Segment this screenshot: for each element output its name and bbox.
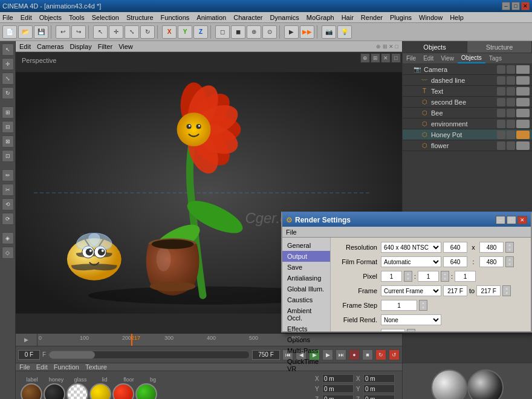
obj-dashed-line[interactable]: 〰 dashed line (403, 75, 532, 86)
save-button[interactable]: 💾 (34, 25, 48, 39)
resolution-w-input[interactable] (443, 242, 467, 253)
sidebar-tool3[interactable]: ⊠ (2, 135, 14, 148)
film-spin[interactable]: ▲▼ (505, 256, 514, 267)
obj-text[interactable]: T Text (403, 86, 532, 97)
obj-render-btn5[interactable] (516, 109, 530, 117)
rs-general[interactable]: General (282, 240, 330, 251)
z-input2[interactable] (363, 395, 395, 399)
x-axis[interactable]: X (162, 25, 177, 39)
frame-step-spin[interactable]: ▲▼ (419, 300, 427, 311)
sidebar-tool6[interactable]: ✂ (2, 184, 14, 196)
obj-lock-btn7[interactable] (507, 131, 515, 139)
resolution-h-input[interactable] (479, 242, 504, 253)
sidebar-tool1[interactable]: ⊞ (2, 106, 14, 118)
obj-bee[interactable]: ⬡ Bee (403, 108, 532, 118)
obj-lock-btn8[interactable] (507, 141, 515, 150)
obj-render-btn[interactable] (516, 65, 530, 74)
menu-item-selection[interactable]: Selection (92, 14, 119, 21)
loop2-button[interactable]: ↺ (389, 349, 400, 360)
redo-button[interactable]: ↪ (71, 25, 86, 39)
light-tool[interactable]: 💡 (337, 25, 352, 39)
menu-item-animation[interactable]: Animation (196, 14, 226, 21)
frame-rate-spin[interactable]: ▲▼ (407, 329, 415, 331)
rotate-button[interactable]: ↻ (140, 25, 155, 39)
vp-menu-view[interactable]: View (118, 43, 133, 50)
menu-item-file[interactable]: File (2, 14, 13, 21)
render-active[interactable]: ▶▶ (300, 25, 314, 39)
undo-button[interactable]: ↩ (56, 25, 70, 39)
camera-tool[interactable]: 📷 (322, 25, 336, 39)
obj-vis-btn2[interactable] (497, 76, 505, 85)
sidebar-tool2[interactable]: ⊟ (2, 121, 14, 133)
resolution-select[interactable]: 640 x 480 NTSC 1280 x 720 HD (381, 242, 441, 253)
menu-item-tools[interactable]: Tools (69, 14, 85, 21)
obj-vis-btn6[interactable] (497, 120, 505, 128)
y-axis[interactable]: Y (178, 25, 192, 39)
z-axis[interactable]: Z (193, 25, 208, 39)
menu-item-dynamics[interactable]: Dynamics (270, 14, 299, 21)
mat-soil[interactable]: soil (44, 383, 65, 399)
obj-lock-btn5[interactable] (507, 109, 515, 117)
obj-vis-btn5[interactable] (497, 109, 505, 117)
subtab-tags[interactable]: Tags (485, 53, 505, 63)
obj-render-btn3[interactable] (516, 87, 530, 96)
mat-menu-file[interactable]: File (19, 363, 30, 371)
timeline-cursor[interactable] (131, 334, 132, 346)
close-button[interactable]: ✕ (521, 2, 530, 10)
subtab-file[interactable]: File (403, 53, 420, 63)
tool3[interactable]: ⊕ (247, 25, 261, 39)
rs-save[interactable]: Save (282, 262, 330, 273)
rs-global-illum[interactable]: Global Illum. (282, 284, 330, 294)
res-spin[interactable]: ▲▼ (505, 242, 514, 253)
menu-item-hair[interactable]: Hair (342, 14, 354, 21)
vp-menu-display[interactable]: Display (70, 43, 92, 50)
subtab-view[interactable]: View (437, 53, 458, 63)
open-button[interactable]: 📂 (18, 25, 33, 39)
pixel-spin2[interactable]: ▲▼ (441, 271, 449, 282)
film-h-input[interactable] (479, 256, 504, 267)
loop-button[interactable]: ↻ (375, 349, 386, 360)
new-button[interactable]: 📄 (2, 25, 17, 39)
vp-menu-filter[interactable]: Filter (98, 43, 112, 50)
pixel-input2[interactable] (418, 271, 439, 282)
menu-item-functions[interactable]: Functions (161, 14, 190, 21)
material-preview-1[interactable] (431, 369, 467, 400)
scale-button[interactable]: ⤡ (125, 25, 139, 39)
frame-spin[interactable]: ▲▼ (502, 285, 511, 296)
render-menu-file[interactable]: File (286, 229, 297, 236)
sidebar-tool5[interactable]: ✏ (2, 169, 14, 181)
sidebar-tool10[interactable]: ◇ (2, 247, 14, 259)
frame-step-input[interactable] (381, 300, 417, 311)
obj-lock-btn4[interactable] (507, 98, 515, 106)
sidebar-tool4[interactable]: ⊡ (2, 150, 14, 162)
vp-btn1[interactable]: ⊕ (360, 53, 370, 63)
pixel-input3[interactable] (455, 271, 476, 282)
obj-honey-pot[interactable]: ⬡ Honey Pot (403, 129, 532, 140)
field-rend-select[interactable]: None Upper Lower (381, 314, 441, 325)
sidebar-tool7[interactable]: ⟲ (2, 198, 14, 210)
menu-item-window[interactable]: Window (419, 14, 443, 21)
vp-menu-edit[interactable]: Edit (19, 43, 31, 50)
render-dialog-min[interactable]: – (496, 216, 505, 224)
mat-menu-function[interactable]: Function (54, 363, 79, 371)
obj-second-bee[interactable]: ⬡ second Bee (403, 97, 532, 108)
menu-item-render[interactable]: Render (361, 14, 383, 21)
frame-end-input[interactable] (252, 350, 280, 360)
sidebar-tool9[interactable]: ◈ (2, 232, 14, 244)
obj-vis-btn3[interactable] (497, 87, 505, 96)
y-input[interactable] (322, 384, 354, 393)
sidebar-rotate[interactable]: ↻ (2, 87, 14, 99)
obj-vis-btn4[interactable] (497, 98, 505, 106)
sidebar-tool8[interactable]: ⟳ (2, 213, 14, 225)
mat-green[interactable]: green (135, 383, 157, 399)
tool2[interactable]: ◼ (231, 25, 245, 39)
tab-objects[interactable]: Objects (403, 41, 467, 53)
render-dialog-close[interactable]: ✕ (517, 216, 527, 224)
render-preview[interactable]: ▶ (284, 25, 299, 39)
film-w-input[interactable] (443, 256, 467, 267)
record-button[interactable]: ● (349, 349, 360, 360)
rs-effects[interactable]: Effects (282, 323, 330, 334)
obj-vis-btn[interactable] (497, 65, 505, 74)
rs-multi-pass[interactable]: Multi-Pass (282, 345, 330, 356)
x-input[interactable] (322, 374, 354, 383)
